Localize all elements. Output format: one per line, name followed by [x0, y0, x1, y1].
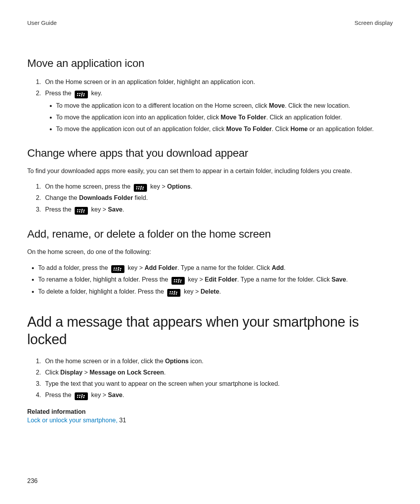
s2-step2: Change the Downloads Folder field.: [43, 192, 393, 203]
s1-bullet3: To move the application icon out of an a…: [56, 124, 393, 134]
bb-menu-key-icon: [75, 207, 88, 215]
s3-intro: On the home screen, do one of the follow…: [27, 247, 393, 257]
s2-step3: Press the key > Save.: [43, 204, 393, 215]
related-info-heading: Related information: [27, 408, 393, 415]
s1-step2: Press the key. To move the application i…: [43, 88, 393, 134]
header-right: Screen display: [355, 19, 393, 26]
bb-menu-key-icon: [75, 91, 88, 98]
s4-step1: On the home screen or in a folder, click…: [43, 356, 393, 366]
page-number: 236: [27, 478, 38, 485]
related-info-line: Lock or unlock your smartphone, 31: [27, 417, 393, 424]
s1-step1: On the Home screen or in an application …: [43, 77, 393, 87]
s1-bullet2: To move the application icon into an app…: [56, 112, 393, 122]
s1-bullet1: To move the application icon to a differ…: [56, 101, 393, 111]
s3-bullet2: To rename a folder, highlight a folder. …: [38, 274, 393, 285]
s4-step3: Type the text that you want to appear on…: [43, 378, 393, 389]
bb-menu-key-icon: [167, 289, 180, 297]
s4-step2: Click Display > Message on Lock Screen.: [43, 367, 393, 378]
bb-menu-key-icon: [172, 277, 185, 285]
bb-menu-key-icon: [134, 184, 147, 192]
heading-add-rename-delete-folder: Add, rename, or delete a folder on the h…: [27, 228, 393, 240]
heading-move-app-icon: Move an application icon: [27, 57, 393, 70]
s4-step4: Press the key > Save.: [43, 390, 393, 400]
s3-bullet1: To add a folder, press the key > Add Fol…: [38, 262, 393, 274]
heading-lock-message: Add a message that appears when your sma…: [27, 313, 393, 348]
bb-menu-key-icon: [75, 392, 88, 400]
s2-intro: To find your downloaded apps more easily…: [27, 166, 393, 176]
heading-change-download-appear: Change where apps that you download appe…: [27, 147, 393, 159]
s3-bullet3: To delete a folder, highlight a folder. …: [38, 286, 393, 298]
related-link[interactable]: Lock or unlock your smartphone,: [27, 417, 119, 424]
s2-step1: On the home screen, press the key > Opti…: [43, 181, 393, 192]
header-left: User Guide: [27, 19, 57, 26]
bb-menu-key-icon: [111, 265, 124, 273]
